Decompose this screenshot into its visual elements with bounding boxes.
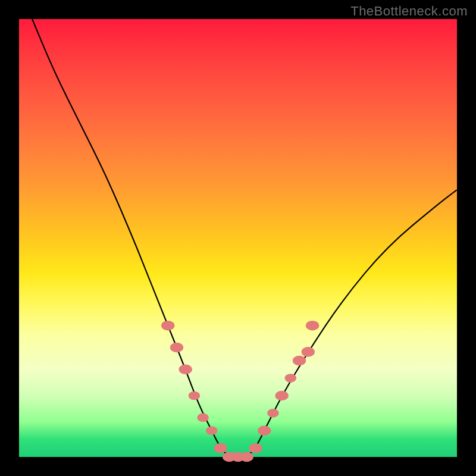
highlight-point: [275, 391, 288, 401]
highlight-point: [189, 392, 201, 400]
highlight-point: [302, 347, 315, 357]
highlight-point: [249, 443, 262, 453]
highlight-point: [214, 443, 227, 453]
highlight-point: [179, 365, 192, 375]
plot-area: [19, 19, 457, 457]
chart-frame: TheBottleneck.com: [0, 0, 476, 476]
highlight-point: [267, 409, 279, 418]
highlight-markers: [161, 321, 319, 462]
watermark-text: TheBottleneck.com: [350, 4, 468, 19]
highlight-point: [197, 414, 209, 422]
highlight-point: [258, 426, 271, 436]
highlight-point: [306, 321, 319, 331]
highlight-point: [285, 374, 297, 383]
curve-svg: [19, 19, 457, 457]
highlight-point: [206, 427, 218, 436]
bottleneck-curve: [32, 19, 457, 457]
highlight-point: [170, 343, 183, 353]
highlight-point: [240, 452, 253, 462]
highlight-point: [293, 356, 306, 366]
highlight-point: [161, 321, 174, 331]
